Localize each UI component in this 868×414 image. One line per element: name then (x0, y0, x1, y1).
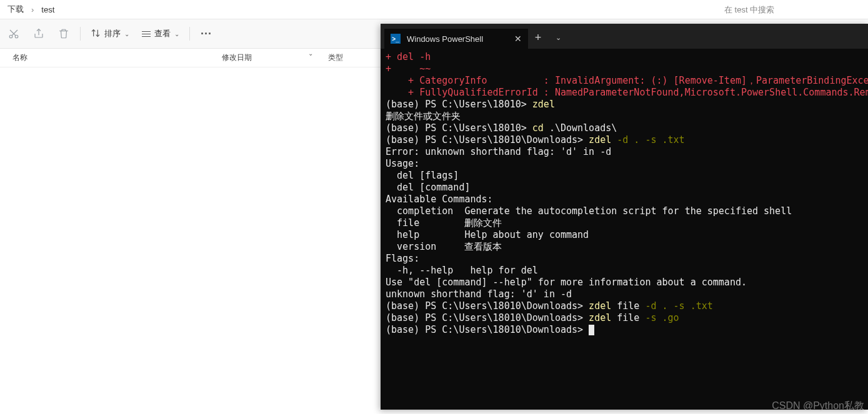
terminal-output[interactable]: + del -h+ ~~ + CategoryInfo : InvalidArg… (381, 49, 868, 410)
column-name[interactable]: 名称 (12, 52, 222, 63)
search-placeholder: 在 test 中搜索 (724, 4, 774, 16)
more-button[interactable]: ··· (195, 22, 217, 45)
breadcrumb-item-test[interactable]: test (39, 4, 57, 16)
new-tab-button[interactable]: + (528, 27, 548, 47)
tab-dropdown-button[interactable]: ⌄ (548, 27, 568, 47)
view-button[interactable]: 查看 ⌄ (137, 24, 184, 43)
column-modified[interactable]: 修改日期 ⌄ (222, 52, 328, 63)
chevron-down-icon: ⌄ (308, 50, 313, 57)
search-input[interactable]: 在 test 中搜索 (719, 2, 864, 17)
toolbar-separator (80, 27, 81, 41)
chevron-right-icon: › (26, 5, 39, 14)
terminal-titlebar[interactable]: >_ Windows PowerShell ✕ + ⌄ (381, 24, 868, 49)
terminal-tab[interactable]: >_ Windows PowerShell ✕ (384, 29, 528, 49)
chevron-down-icon: ⌄ (124, 31, 129, 37)
sort-button[interactable]: 排序 ⌄ (86, 24, 134, 44)
list-icon (142, 31, 151, 37)
breadcrumb-item-downloads[interactable]: 下载 (5, 2, 26, 16)
watermark: CSDN @Python私教 (772, 400, 864, 413)
chevron-down-icon: ⌄ (174, 31, 179, 37)
delete-button[interactable] (52, 22, 75, 45)
sort-label: 排序 (104, 28, 121, 39)
cut-button[interactable] (2, 22, 25, 45)
share-button[interactable] (27, 22, 50, 45)
powershell-icon: >_ (391, 34, 401, 44)
close-tab-button[interactable]: ✕ (514, 34, 522, 44)
breadcrumb: 下载 › test 在 test 中搜索 (0, 0, 868, 19)
toolbar-separator (189, 27, 190, 41)
view-label: 查看 (154, 28, 171, 39)
terminal-window: >_ Windows PowerShell ✕ + ⌄ + del -h+ ~~… (381, 24, 868, 410)
tab-title: Windows PowerShell (407, 34, 483, 44)
sort-icon (91, 28, 101, 40)
